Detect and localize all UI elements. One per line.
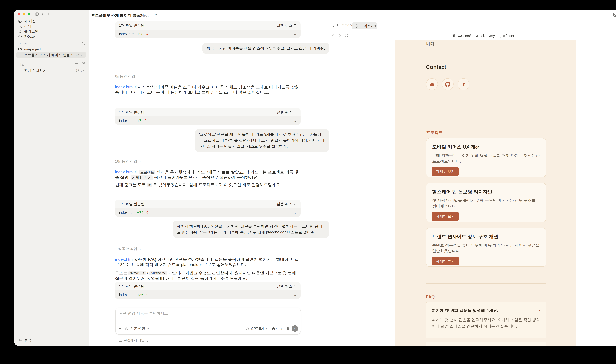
history-back-icon[interactable] xyxy=(41,12,45,16)
sidebar-item-new-chat[interactable]: 새 채팅 xyxy=(16,18,86,24)
sidebar-item-settings[interactable]: 설정 xyxy=(16,338,86,343)
sidebar-chat-greeting[interactable]: 짧게 인사하기 3시간 xyxy=(16,68,86,73)
app-window: 새 채팅 검색 플러그인 자동화 프로젝트 my-project 포트폴리오 소… xyxy=(14,10,616,346)
detail-link-button[interactable]: 자세히 보기 xyxy=(432,167,458,176)
sidebar-item-label: my-project xyxy=(24,47,41,51)
effort-selector[interactable]: 중간 xyxy=(272,326,279,331)
permission-selector[interactable]: 기본 권한 xyxy=(130,326,145,331)
model-selector[interactable]: GPT-5.4 xyxy=(251,326,264,330)
faq-question[interactable]: 여기에 두 번째 질문을 입력해주세요. xyxy=(432,346,541,346)
filter-icon[interactable] xyxy=(75,62,78,66)
faq-heading: FAQ xyxy=(426,295,546,299)
file-change-row[interactable]: index.html +74 -0 ⌄ xyxy=(115,208,301,217)
chevron-down-icon: ∨ xyxy=(266,327,268,330)
mic-icon[interactable] xyxy=(286,327,290,330)
sidebar-item-label: 검색 xyxy=(24,24,31,28)
file-change-row[interactable]: index.html +86 -0 ⌄ xyxy=(115,290,301,299)
file-link[interactable]: index.html xyxy=(115,257,134,261)
file-change-card: 1개 파일 변경됨 실행 취소 index.html +86 -0 ⌄ xyxy=(115,282,301,299)
chevron-down-icon[interactable]: ⌄ xyxy=(294,32,297,36)
sidebar-item-plugins[interactable]: 플러그인 xyxy=(16,29,86,34)
faq-question[interactable]: 여기에 첫 번째 질문을 입력해주세요. xyxy=(432,308,541,313)
chat-scroll-area[interactable]: 1개 파일 변경됨 실행 취소 index.html +58 -4 ⌄ 방금 추… xyxy=(89,20,329,346)
url-text[interactable]: file:///Users/tom/Desktop/my-project/ind… xyxy=(329,34,616,38)
undo-button[interactable]: 실행 취소 xyxy=(277,23,297,28)
new-tab-button[interactable]: + xyxy=(374,23,377,28)
assistant-message: index.html에서 연락처 아이콘 버튼을 조금 더 키우고, 아이콘 자… xyxy=(115,84,301,95)
local-run-selector[interactable]: 로컬에서 작업 ∨ xyxy=(118,338,149,343)
project-title: 모바일 커머스 UX 개선 xyxy=(432,144,540,150)
project-title: 헬스케어 앱 온보딩 리디자인 xyxy=(432,189,540,195)
more-icon[interactable]: ⋯ xyxy=(153,12,157,16)
linkedin-icon[interactable]: in xyxy=(457,78,469,90)
chevron-down-icon[interactable]: ⌄ xyxy=(294,292,297,297)
email-icon[interactable] xyxy=(426,78,438,90)
project-card: 헬스케어 앱 온보딩 리디자인 첫 사용자 이탈을 줄이기 위해 온보딩 메시지… xyxy=(426,183,546,222)
sidebar-toggle-icon[interactable] xyxy=(35,12,39,16)
minimize-window-button[interactable] xyxy=(23,13,25,15)
section-divider xyxy=(426,55,546,55)
undo-button[interactable]: 실행 취소 xyxy=(277,202,297,206)
close-window-button[interactable] xyxy=(18,13,20,15)
undo-button[interactable]: 실행 취소 xyxy=(277,110,297,114)
file-change-row[interactable]: index.html +58 -4 ⌄ xyxy=(115,29,301,38)
detail-link-button[interactable]: 자세히 보기 xyxy=(432,257,458,265)
expand-icon[interactable]: + xyxy=(538,345,541,346)
attach-icon[interactable]: + xyxy=(119,326,121,331)
chevron-down-icon[interactable]: ⌄ xyxy=(294,210,297,215)
composer-input[interactable] xyxy=(119,311,297,322)
chevron-down-icon: ∨ xyxy=(147,327,149,330)
file-link[interactable]: index.html xyxy=(115,170,134,174)
sidebar-chat-portfolio[interactable]: 포트폴리오 소개 페이지 만들기 3시간 xyxy=(16,52,86,58)
sidebar: 새 채팅 검색 플러그인 자동화 프로젝트 my-project 포트폴리오 소… xyxy=(14,10,89,346)
assistant-message: 현재 링크는 모두 # 로 넣어두었습니다. 실제 프로젝트 URL이 있으면 … xyxy=(115,182,301,188)
send-button[interactable]: ↑ xyxy=(292,325,298,332)
files-changed-label: 1개 파일 변경됨 xyxy=(119,284,144,288)
undo-button[interactable]: 실행 취소 xyxy=(277,284,297,288)
assistant-message: index.html에 프로젝트 섹션을 추가했습니다. 카드 3개를 세로로 … xyxy=(115,169,301,180)
chevron-down-icon[interactable]: ⌄ xyxy=(294,118,297,123)
project-desc: 콘텐츠 접근성을 높이기 위해 메뉴 체계와 핵심 페이지 구성을 단순화했습니… xyxy=(432,242,540,254)
sidebar-item-automation[interactable]: 자동화 xyxy=(16,34,86,39)
work-session-label[interactable]: 6s 동안 작업› xyxy=(115,74,139,79)
files-changed-label: 1개 파일 변경됨 xyxy=(119,23,144,28)
summary-icon xyxy=(331,23,335,27)
chevron-right-icon: › xyxy=(140,247,141,251)
laptop-icon xyxy=(118,338,122,342)
sidebar-item-label: 자동화 xyxy=(24,34,35,39)
terminal-icon[interactable] xyxy=(613,13,616,17)
history-forward-icon[interactable] xyxy=(46,12,50,16)
filter-icon[interactable] xyxy=(75,42,78,46)
inline-code: summary xyxy=(149,271,167,275)
panel-tab-bar: Summary 브라우저 + xyxy=(329,20,616,32)
chevron-down-icon: ∨ xyxy=(146,338,149,342)
faq-item-expanded[interactable]: 여기에 첫 번째 질문을 입력해주세요. - 여기에 첫 번째 답변을 입력해주… xyxy=(426,302,546,338)
github-icon[interactable] xyxy=(442,78,454,90)
tab-browser[interactable]: 브라우저 xyxy=(352,22,377,29)
undo-icon xyxy=(294,285,297,288)
sidebar-item-label: 새 채팅 xyxy=(24,19,36,23)
new-folder-icon[interactable] xyxy=(82,42,85,46)
sidebar-item-label: 설정 xyxy=(24,338,32,343)
chevron-right-icon: › xyxy=(138,74,139,78)
project-badge[interactable]: my-project xyxy=(132,13,148,17)
file-link[interactable]: index.html xyxy=(115,85,134,89)
sidebar-project-folder[interactable]: my-project xyxy=(16,47,86,52)
faq-item[interactable]: 여기에 두 번째 질문을 입력해주세요. + xyxy=(426,342,546,346)
sidebar-item-search[interactable]: 검색 xyxy=(16,24,86,29)
file-change-row[interactable]: index.html +7 -2 ⌄ xyxy=(115,116,301,125)
file-change-card: 1개 파일 변경됨 실행 취소 index.html +74 -0 ⌄ xyxy=(115,200,301,217)
folder-icon xyxy=(18,47,22,51)
tab-summary[interactable]: Summary xyxy=(331,23,352,27)
zoom-window-button[interactable] xyxy=(27,13,30,15)
user-message: 페이지 하단에 FAQ 섹션을 추가해줘. 질문을 클릭하면 답변이 펼쳐지는 … xyxy=(173,221,329,238)
undo-icon xyxy=(294,24,297,27)
collapse-icon[interactable]: - xyxy=(539,307,541,313)
detail-link-button[interactable]: 자세히 보기 xyxy=(432,212,458,221)
work-session-label[interactable]: 18s 동안 작업› xyxy=(115,159,141,164)
globe-icon xyxy=(355,24,358,28)
lines-added: +86 xyxy=(137,293,143,297)
compose-icon[interactable] xyxy=(82,62,85,65)
work-session-label[interactable]: 17s 동안 작업› xyxy=(115,247,141,251)
projects-heading: 프로젝트 xyxy=(426,130,546,136)
